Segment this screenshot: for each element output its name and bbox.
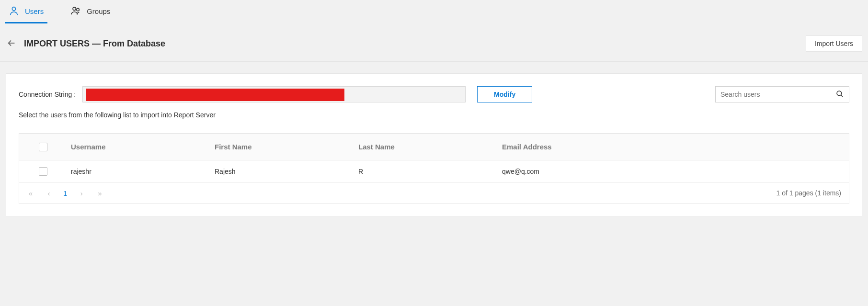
page-title: IMPORT USERS — From Database	[24, 39, 165, 49]
table-row[interactable]: rajeshr Rajesh R qwe@q.com	[19, 160, 849, 182]
chevron-left-icon: ‹	[48, 189, 50, 197]
search-users-input[interactable]	[720, 91, 835, 98]
svg-point-2	[77, 8, 80, 11]
cell-first-name: Rajesh	[211, 168, 354, 175]
chevron-double-right-icon: »	[98, 189, 102, 197]
cell-email: qwe@q.com	[498, 168, 728, 175]
chevron-double-left-icon: «	[29, 189, 33, 197]
user-icon	[9, 5, 19, 17]
col-username[interactable]: Username	[67, 143, 211, 151]
modify-button[interactable]: Modify	[477, 86, 532, 102]
search-users-wrap[interactable]	[715, 86, 849, 102]
header-left: IMPORT USERS — From Database	[6, 38, 165, 49]
pager-last-button[interactable]: »	[96, 189, 103, 197]
search-icon	[835, 90, 844, 100]
pager: « ‹ 1 › » 1 of 1 pages (1 items)	[19, 182, 849, 204]
group-icon	[70, 5, 81, 17]
cell-username: rajeshr	[67, 168, 211, 175]
header-divider	[0, 61, 868, 62]
tabs-bar: Users Groups	[0, 0, 868, 23]
tab-users[interactable]: Users	[5, 0, 47, 23]
tab-users-label: Users	[25, 7, 44, 15]
pager-prev-button[interactable]: ‹	[45, 189, 53, 197]
connection-string-field[interactable]	[82, 86, 466, 102]
svg-point-0	[12, 7, 15, 11]
connection-row: Connection String : Modify	[19, 86, 849, 102]
pager-first-button[interactable]: «	[27, 189, 34, 197]
connection-string-redacted	[86, 89, 344, 101]
connection-string-label: Connection String :	[19, 91, 76, 98]
pager-summary: 1 of 1 pages (1 items)	[777, 189, 841, 197]
svg-point-3	[837, 91, 842, 96]
pager-current[interactable]: 1	[63, 189, 67, 197]
import-users-button[interactable]: Import Users	[806, 35, 862, 52]
page-header: IMPORT USERS — From Database Import User…	[0, 23, 868, 61]
cell-last-name: R	[354, 168, 498, 175]
pager-left: « ‹ 1 › »	[27, 189, 103, 197]
back-button[interactable]	[6, 38, 17, 49]
instruction-text: Select the users from the following list…	[19, 111, 849, 119]
grid-header: Username First Name Last Name Email Addr…	[19, 134, 849, 160]
col-last-name[interactable]: Last Name	[354, 143, 498, 151]
chevron-right-icon: ›	[80, 189, 83, 197]
arrow-left-icon	[6, 38, 17, 50]
col-first-name[interactable]: First Name	[211, 143, 354, 151]
col-email[interactable]: Email Address	[498, 143, 728, 151]
svg-point-1	[73, 7, 76, 10]
tab-groups-label: Groups	[87, 7, 110, 15]
pager-next-button[interactable]: ›	[78, 189, 85, 197]
row-checkbox[interactable]	[39, 167, 47, 176]
main-panel: Connection String : Modify Select the us…	[6, 73, 862, 217]
users-grid: Username First Name Last Name Email Addr…	[19, 133, 849, 204]
tab-groups[interactable]: Groups	[67, 0, 114, 23]
select-all-checkbox[interactable]	[39, 143, 47, 151]
